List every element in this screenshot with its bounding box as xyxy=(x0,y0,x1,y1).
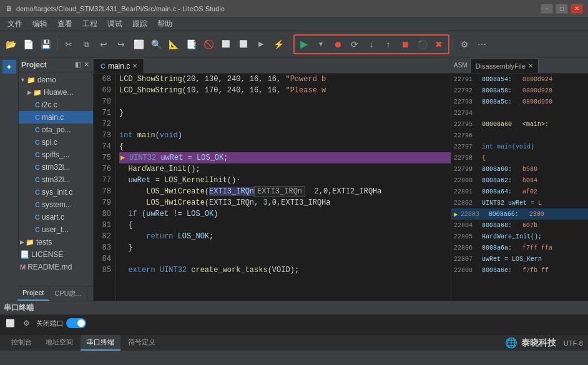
toolbar-open[interactable]: 📂 xyxy=(2,36,19,52)
debug-arrow[interactable]: ▼ xyxy=(313,36,329,52)
toolbar-doc[interactable]: 📑 xyxy=(183,36,199,52)
tree-item-system[interactable]: C system... xyxy=(17,198,93,211)
asm-tabs: ASM DisassemblyFile ✕ xyxy=(451,57,588,74)
tab-close-icon[interactable]: ✕ xyxy=(132,62,137,69)
debug-dot[interactable]: ⚫ xyxy=(414,36,430,52)
sidebar-tab-project[interactable]: Project xyxy=(17,286,49,301)
toolbar-more[interactable]: ⋯ xyxy=(474,36,490,52)
tree-item-i2c[interactable]: C i2c.c xyxy=(17,99,93,111)
tree-item-tests[interactable]: ▶ 📁 tests xyxy=(17,236,93,248)
bottom-tab-serial[interactable]: 串口终端 xyxy=(81,335,120,351)
tree-item-spi[interactable]: C spi.c xyxy=(17,136,93,148)
sidebar-collapse-icon[interactable]: ◧ xyxy=(75,61,81,69)
close-button[interactable]: ✕ xyxy=(571,4,583,14)
editor-tab-main[interactable]: C main.c ✕ xyxy=(94,58,144,73)
menu-trace[interactable]: 跟踪 xyxy=(127,17,152,31)
asm-tab-close[interactable]: ✕ xyxy=(528,62,533,69)
debug-record[interactable]: ⏺ xyxy=(330,36,346,52)
sidebar-tool-active[interactable]: ✦ xyxy=(2,60,16,74)
menu-view[interactable]: 查看 xyxy=(52,17,77,31)
bottom-tab-console[interactable]: 控制台 xyxy=(5,335,38,351)
toolbar-extra1[interactable]: ⬜ xyxy=(218,36,234,52)
tree-item-demo[interactable]: ▼ 📁 demo xyxy=(17,74,93,86)
terminal-header: 串口终端 xyxy=(0,301,588,315)
window-controls: － □ ✕ xyxy=(541,4,583,14)
toolbar-block[interactable]: 🚫 xyxy=(200,36,217,52)
toolbar-extra3[interactable]: ▶ xyxy=(253,36,269,52)
tree-item-readme[interactable]: M README.md xyxy=(17,261,93,273)
debug-run[interactable]: ▶ xyxy=(296,36,312,52)
editor-area: C main.c ✕ 68 69 70 71 72 73 74 75 76 77 xyxy=(94,57,451,301)
tree-item-usart[interactable]: C usart.c xyxy=(17,211,93,223)
tree-item-stm32l-2[interactable]: C stm32l... xyxy=(17,173,93,186)
asm-row-22791: 227918008a54:0800d924 xyxy=(451,74,588,85)
tree-item-spiffs[interactable]: C spiffs_... xyxy=(17,148,93,161)
asm-row-22795: 2279508008a60<main>: xyxy=(451,119,588,130)
code-line-70 xyxy=(119,96,451,107)
toolbar-redo[interactable]: ↪ xyxy=(113,36,129,52)
watermark-text: 泰晓科技 xyxy=(521,338,556,349)
asm-row-22800: 228008008a62:b084 xyxy=(451,175,588,186)
sidebar-close-icon[interactable]: ✕ xyxy=(84,61,89,69)
maximize-button[interactable]: □ xyxy=(556,4,568,14)
toolbar-sep2 xyxy=(290,38,290,51)
toolbar-copy[interactable]: ⧉ xyxy=(78,36,94,52)
sidebar: ✦ Project ◧ ✕ ▼ 📁 demo ▶ xyxy=(0,57,94,301)
tree-item-stm32l-1[interactable]: C stm32l... xyxy=(17,161,93,173)
toolbar-save[interactable]: 💾 xyxy=(37,36,54,52)
code-lines[interactable]: LCD_ShowString(20, 130, 240, 16, 16, "Po… xyxy=(115,74,451,301)
sidebar-header: Project ◧ ✕ xyxy=(17,57,93,72)
debug-restart[interactable]: ⟳ xyxy=(346,36,363,52)
menu-help[interactable]: 帮助 xyxy=(152,17,177,31)
status-right: 🌐 泰晓科技 UTF-8 xyxy=(505,337,583,349)
tree-item-sysinit[interactable]: C sys_init.c xyxy=(17,186,93,198)
debug-x[interactable]: ✖ xyxy=(431,36,447,52)
toolbar-settings[interactable]: ⚙ xyxy=(456,36,473,52)
debug-step-into[interactable]: ↓ xyxy=(363,36,380,52)
code-line-84 xyxy=(119,253,451,265)
terminal-settings-icon[interactable]: ⚙ xyxy=(20,317,32,329)
asm-row-22792: 227928008a58:0800d928 xyxy=(451,85,588,96)
toolbar-extra2[interactable]: ⬜ xyxy=(235,36,252,52)
line-numbers: 68 69 70 71 72 73 74 75 76 77 78 79 80 8… xyxy=(94,74,115,301)
code-line-69: LCD_ShowString(10, 170, 240, 16, 16, "Pl… xyxy=(119,85,451,96)
tree-item-ota[interactable]: C ota_po... xyxy=(17,124,93,136)
title-bar: 🖥 demo/targets/Cloud_STM32L431_BearPi/Sr… xyxy=(0,0,588,17)
toggle-switch-group: 关闭端口 xyxy=(36,318,86,328)
menu-debug[interactable]: 调试 xyxy=(102,17,127,31)
toolbar-cut[interactable]: ✂ xyxy=(61,36,77,52)
toolbar-rect[interactable]: ⬜ xyxy=(130,36,147,52)
asm-tab-disassembly[interactable]: DisassemblyFile ✕ xyxy=(470,58,539,73)
menu-edit[interactable]: 编辑 xyxy=(27,17,52,31)
tree-item-usert[interactable]: C user_t... xyxy=(17,223,93,236)
bottom-tab-symbols[interactable]: 符号定义 xyxy=(122,335,162,351)
menu-project[interactable]: 工程 xyxy=(77,17,102,31)
asm-row-22802: 22802UINT32 uwRet = L xyxy=(451,197,588,208)
sidebar-tab-cpu[interactable]: CPU虑... xyxy=(49,286,87,301)
sidebar-title: Project xyxy=(21,61,47,69)
code-line-79: LOS_HwiCreate(EXTI3_IRQn, 3,0,EXTI3_IRQH… xyxy=(119,197,451,208)
toolbar-new[interactable]: 📄 xyxy=(20,36,36,52)
tab-label: main.c xyxy=(108,62,130,71)
toolbar-ruler[interactable]: 📐 xyxy=(165,36,182,52)
debug-stop-red[interactable]: ⏹ xyxy=(397,36,413,52)
code-line-77: uwRet = LOS_KernelInit()· xyxy=(119,175,451,186)
menu-file[interactable]: 文件 xyxy=(2,17,27,31)
code-editor[interactable]: 68 69 70 71 72 73 74 75 76 77 78 79 80 8… xyxy=(94,74,451,301)
tree-item-main[interactable]: C main.c xyxy=(17,111,93,124)
code-line-75: ▶ UINT32 uwRet = LOS_OK; xyxy=(119,152,451,163)
toolbar-search[interactable]: 🔍 xyxy=(148,36,164,52)
toolbar-undo[interactable]: ↩ xyxy=(96,36,112,52)
tree-item-license[interactable]: 📃 LICENSE xyxy=(17,248,93,261)
debug-step-over[interactable]: ↑ xyxy=(380,36,396,52)
code-line-82: return LOS_NOK; xyxy=(119,231,451,242)
watermark: 🌐 泰晓科技 xyxy=(505,337,556,349)
minimize-button[interactable]: － xyxy=(541,4,553,14)
menu-bar: 文件 编辑 查看 工程 调试 跟踪 帮助 xyxy=(0,17,588,31)
tree-item-huawei[interactable]: ▶ 📁 Huawe... xyxy=(17,86,93,99)
port-toggle[interactable] xyxy=(66,318,86,328)
code-line-68: LCD_ShowString(20, 130, 240, 16, 16, "Po… xyxy=(119,74,451,85)
bottom-tab-address[interactable]: 地址空间 xyxy=(39,335,79,351)
terminal-icon1[interactable]: ⬜ xyxy=(4,317,16,329)
toolbar-power[interactable]: ⚡ xyxy=(270,36,287,52)
